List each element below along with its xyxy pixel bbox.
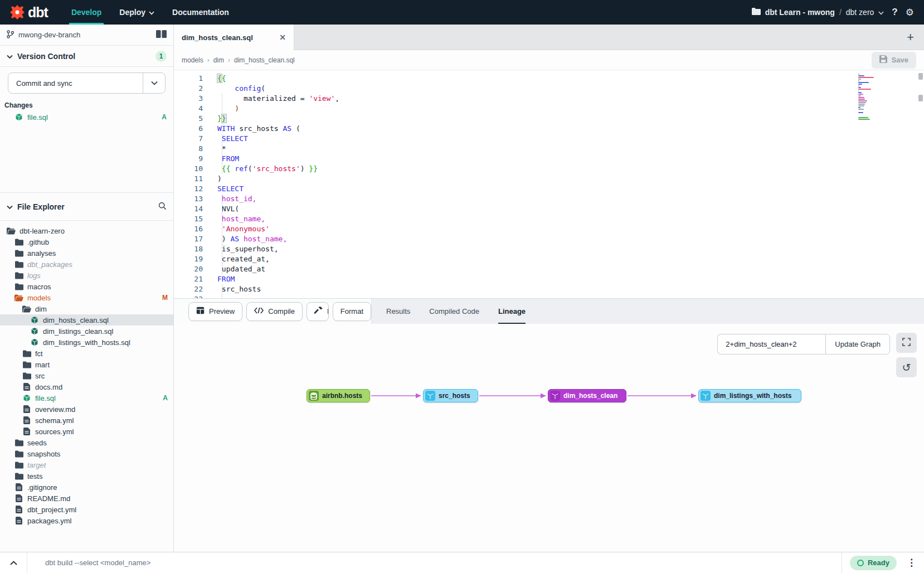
tree-item-README.md[interactable]: README.md [0,493,173,504]
tree-item-fct[interactable]: fct [0,348,173,359]
code-line-20[interactable]: 20 updated_at [174,264,924,274]
command-input[interactable]: dbt build --select <model_name> [27,559,842,567]
commit-and-sync-button[interactable]: Commit and sync [8,72,166,94]
code-line-3[interactable]: 3 materialized = 'view', [174,94,924,104]
nav-deploy[interactable]: Deploy [110,0,163,25]
changed-file-row[interactable]: file.sql A [0,111,173,123]
lineage-node-dim_listings_with_hosts[interactable]: dim_listings_with_hosts [698,389,801,402]
tree-item-dim[interactable]: dim [0,303,173,314]
tree-item-sources.yml[interactable]: sources.yml [0,426,173,437]
code-line-19[interactable]: 19 created_at, [174,254,924,264]
lineage-selector-input[interactable] [717,334,825,355]
line-number: 21 [174,274,207,284]
tree-item-dbt-learn-zero[interactable]: dbt-learn-zero [0,225,173,236]
code-line-12[interactable]: 12SELECT [174,184,924,194]
code-line-9[interactable]: 9 FROM [174,154,924,164]
help-button[interactable]: ? [892,7,897,18]
version-control-header[interactable]: Version Control 1 [0,46,173,67]
format-button[interactable]: Format [333,302,371,321]
code-line-1[interactable]: 1{{ [174,74,924,84]
code-line-14[interactable]: 14 NVL( [174,204,924,214]
project-selector[interactable]: dbt Learn - mwong / dbt zero [752,8,884,17]
tree-item-label: dim [35,305,47,313]
reset-view-button[interactable]: ↺ [896,357,917,377]
tree-item-dbt_packages[interactable]: dbt_packages [0,259,173,270]
split-view-icon[interactable] [156,30,167,40]
code-line-17[interactable]: 17 ) AS host_name, [174,234,924,244]
nav-develop[interactable]: Develop [62,0,110,25]
tree-item-schema.yml[interactable]: schema.yml [0,415,173,426]
code-line-8[interactable]: 8 * [174,144,924,154]
tree-item-label: target [27,461,46,469]
breadcrumb-dim[interactable]: dim [213,56,224,64]
code-line-22[interactable]: 22 src_hosts [174,284,924,294]
tree-item-snapshots[interactable]: snapshots [0,448,173,459]
folder-icon [22,349,31,358]
tree-item-.gitignore[interactable]: .gitignore [0,482,173,493]
code-line-4[interactable]: 4 ) [174,104,924,114]
preview-button[interactable]: Preview [188,302,242,321]
close-tab-icon[interactable]: ✕ [279,33,286,42]
tree-item-analyses[interactable]: analyses [0,247,173,259]
tree-item-seeds[interactable]: seeds [0,437,173,448]
scrollbar-thumb[interactable] [918,95,923,101]
tree-item-src[interactable]: src [0,370,173,381]
code-line-18[interactable]: 18 is_superhost, [174,244,924,254]
tree-item-mart[interactable]: mart [0,359,173,370]
lineage-node-dim_hosts_clean[interactable]: dim_hosts_clean [548,389,626,402]
tree-item-dim_hosts_clean.sql[interactable]: dim_hosts_clean.sql [0,314,173,326]
code-line-10[interactable]: 10 {{ ref('src_hosts') }} [174,164,924,174]
code-line-15[interactable]: 15 host_name, [174,214,924,224]
sidebar-spacer [0,123,173,193]
tree-item-label: dim_listings_clean.sql [43,327,113,336]
lineage-node-airbnb.hosts[interactable]: airbnb.hosts [307,389,370,402]
chevron-up-icon[interactable] [0,552,27,573]
tab-results[interactable]: Results [386,299,410,324]
editor-tab[interactable]: dim_hosts_clean.sql ✕ [174,25,294,50]
tree-item-overview.md[interactable]: overview.md [0,404,173,415]
file-explorer-header[interactable]: File Explorer [0,193,173,221]
build-button[interactable]: Build [307,303,329,321]
tree-item-models[interactable]: modelsM [0,292,173,303]
tree-item-.github[interactable]: .github [0,236,173,247]
nav-documentation[interactable]: Documentation [163,0,238,25]
tree-item-target[interactable]: target [0,459,173,470]
code-line-5[interactable]: 5}} [174,114,924,124]
code-line-7[interactable]: 7 SELECT [174,134,924,144]
code-line-11[interactable]: 11) [174,174,924,184]
lineage-node-src_hosts[interactable]: src_hosts [423,389,478,402]
branch-row[interactable]: mwong-dev-branch [0,25,173,46]
scrollbar-thumb[interactable] [918,73,923,80]
breadcrumb-models[interactable]: models [182,56,203,64]
code-line-23[interactable]: 23 [174,294,924,298]
tab-lineage[interactable]: Lineage [498,299,526,324]
tree-item-dim_listings_with_hosts.sql[interactable]: dim_listings_with_hosts.sql [0,337,173,348]
tree-item-docs.md[interactable]: docs.md [0,381,173,392]
save-button[interactable]: Save [872,52,916,69]
minimap[interactable] [858,74,877,122]
kebab-menu-icon[interactable]: ⋮ [907,557,924,569]
code-editor[interactable]: 1{{2 config(3 materialized = 'view',4 )5… [174,70,924,298]
tree-item-packages.yml[interactable]: packages.yml [0,515,173,526]
code-line-13[interactable]: 13 host_id, [174,194,924,204]
code-line-6[interactable]: 6WITH src_hosts AS ( [174,124,924,134]
tree-item-macros[interactable]: macros [0,281,173,292]
tree-item-dbt_project.yml[interactable]: dbt_project.yml [0,504,173,515]
search-icon[interactable] [158,202,167,212]
tree-item-logs[interactable]: logs [0,270,173,281]
compile-button[interactable]: Compile [246,302,303,321]
fullscreen-button[interactable] [896,333,917,353]
breadcrumb-file[interactable]: dim_hosts_clean.sql [234,56,295,64]
tree-item-dim_listings_clean.sql[interactable]: dim_listings_clean.sql [0,326,173,337]
commit-options-caret[interactable] [143,73,165,93]
tree-item-tests[interactable]: tests [0,470,173,482]
code-line-2[interactable]: 2 config( [174,84,924,94]
dbt-logo[interactable]: dbt [0,4,62,21]
new-tab-button[interactable]: + [897,30,924,45]
update-graph-button[interactable]: Update Graph [825,334,890,355]
tree-item-file.sql[interactable]: file.sqlA [0,392,173,404]
code-line-16[interactable]: 16 'Anonymous' [174,224,924,234]
settings-gear-icon[interactable]: ⚙ [906,7,914,18]
code-line-21[interactable]: 21FROM [174,274,924,284]
tab-compiled-code[interactable]: Compiled Code [429,299,479,324]
